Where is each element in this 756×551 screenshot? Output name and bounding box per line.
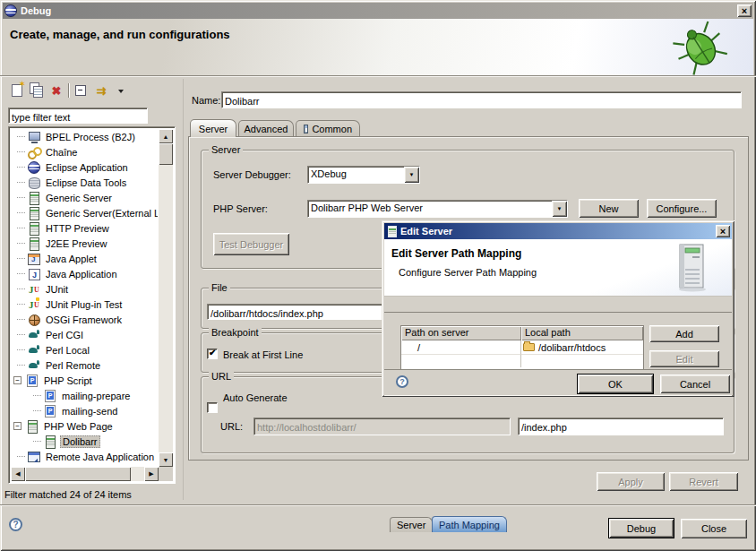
duplicate-icon[interactable] — [27, 81, 47, 100]
close-icon[interactable]: × — [737, 4, 752, 17]
help-icon[interactable]: ? — [396, 375, 408, 388]
tree-item[interactable]: − PHP Script — [11, 373, 158, 388]
tree-item[interactable]: − mailing-prepare — [11, 388, 158, 403]
edit-server-titlebar: Edit Server × — [384, 223, 732, 239]
filter-icon[interactable] — [91, 81, 111, 100]
tree-item[interactable]: − Dolibarr — [11, 434, 158, 449]
vertical-scroll-thumb[interactable] — [159, 143, 173, 165]
perl-icon — [27, 328, 41, 342]
file-group-title: File — [209, 282, 230, 293]
server-icon — [27, 221, 41, 236]
break-first-line-checkbox[interactable] — [207, 349, 218, 359]
url-base-field[interactable] — [254, 419, 510, 435]
junit-icon — [27, 282, 41, 297]
tab-advanced[interactable]: Advanced — [238, 120, 294, 137]
configure-button[interactable]: Configure... — [647, 199, 717, 218]
tree-item[interactable]: − Eclipse Data Tools — [11, 175, 158, 190]
tree-item[interactable]: − Java Application — [11, 266, 158, 281]
tab-common[interactable]: Common — [296, 120, 360, 137]
name-field[interactable] — [222, 94, 741, 109]
tree-item-label: Generic Server — [44, 192, 114, 204]
debug-button[interactable]: Debug — [608, 518, 674, 538]
scroll-left-icon[interactable]: ◀ — [11, 467, 25, 481]
tree-vertical-scrollbar[interactable]: ▲ ▼ — [159, 129, 173, 467]
tree-item[interactable]: − Generic Server(External La — [11, 205, 158, 220]
tree-item[interactable]: − Chaîne — [11, 144, 158, 159]
tree-horizontal-scrollbar[interactable]: ◀ ▶ — [11, 467, 159, 481]
menu-dropdown-icon[interactable] — [111, 81, 131, 100]
test-debugger-button[interactable]: Test Debugger — [213, 233, 289, 255]
edit-server-tab-path-mapping[interactable]: Path Mapping — [432, 516, 507, 532]
column-header[interactable]: Path on server — [401, 326, 521, 340]
tree-item[interactable]: − Remote Java Application — [11, 449, 158, 464]
tree-item[interactable]: − Perl Remote — [11, 357, 158, 373]
break-first-line-label: Break at First Line — [223, 349, 303, 360]
filter-box — [8, 108, 148, 124]
tree-item[interactable]: − Java Applet — [11, 251, 158, 266]
tree-item[interactable]: − Generic Server — [11, 190, 158, 205]
collapse-all-icon[interactable] — [72, 81, 91, 100]
delete-icon[interactable] — [47, 81, 66, 100]
new-server-button[interactable]: New — [579, 199, 639, 218]
php-server-combo[interactable]: Dolibarr PHP Web Server ▼ — [307, 200, 568, 218]
scroll-right-icon[interactable]: ▶ — [144, 467, 159, 481]
scrollbar-corner — [159, 467, 173, 481]
tree-item-label: PHP Script — [42, 375, 94, 387]
url-group-title: URL — [209, 371, 234, 382]
table-cell-local-path[interactable]: /dolibarr/htdocs — [521, 340, 643, 354]
table-empty-row[interactable] — [401, 354, 521, 367]
php-file-icon — [43, 389, 57, 403]
banner-title: Create, manage, and run configurations — [10, 28, 230, 41]
close-icon[interactable]: × — [716, 225, 730, 237]
revert-button[interactable]: Revert — [669, 472, 738, 491]
cancel-button[interactable]: Cancel — [660, 375, 730, 393]
folder-icon — [523, 343, 535, 351]
java-application-icon — [27, 267, 41, 281]
tree-item[interactable]: − HTTP Preview — [11, 220, 158, 236]
edit-server-tab-server[interactable]: Server — [390, 517, 433, 532]
tree-item-label: mailing-send — [60, 405, 119, 418]
horizontal-scroll-thumb[interactable] — [25, 467, 131, 481]
collapse-expander-icon[interactable]: − — [13, 422, 21, 430]
column-header[interactable]: Local path — [521, 326, 643, 340]
table-cell-server-path[interactable]: / — [401, 340, 521, 354]
database-icon — [27, 176, 41, 190]
tree-item[interactable]: − OSGi Framework — [11, 312, 158, 327]
tree-item[interactable]: − mailing-send — [11, 403, 158, 418]
tree-item[interactable]: − Perl CGI — [11, 327, 158, 342]
path-mapping-table[interactable]: Path on server Local path / /dolibarr/ht… — [400, 325, 644, 369]
close-button[interactable]: Close — [681, 519, 747, 538]
url-path-field[interactable] — [519, 419, 723, 435]
server-debugger-combo[interactable]: XDebug ▼ — [307, 166, 420, 184]
table-empty-row[interactable] — [521, 354, 643, 367]
edit-mapping-button[interactable]: Edit — [649, 350, 719, 367]
auto-generate-checkbox[interactable] — [207, 402, 218, 413]
filter-input[interactable] — [9, 110, 147, 125]
collapse-expander-icon[interactable]: − — [13, 376, 21, 384]
tree-item[interactable]: − JUnit — [11, 281, 158, 297]
window-title: Debug — [21, 5, 51, 16]
scroll-up-icon[interactable]: ▲ — [159, 129, 173, 143]
config-tree-box: − BPEL Process (B2J) − Chaîne − Eclipse … — [8, 126, 176, 484]
tree-item-label: Perl Remote — [44, 359, 102, 372]
new-config-icon[interactable] — [7, 81, 27, 100]
apply-button[interactable]: Apply — [597, 472, 665, 491]
tab-server[interactable]: Server — [190, 119, 236, 137]
scroll-down-icon[interactable]: ▼ — [159, 452, 173, 467]
combo-dropdown-icon[interactable]: ▼ — [552, 201, 567, 217]
tree-item[interactable]: − PHP Web Page — [11, 418, 158, 434]
tree-item[interactable]: − Eclipse Application — [11, 159, 158, 175]
tree-item[interactable]: − JUnit Plug-in Test — [11, 297, 158, 312]
combo-dropdown-icon[interactable]: ▼ — [404, 167, 419, 183]
php-web-icon — [25, 419, 39, 434]
tree-item[interactable]: − Perl Local — [11, 342, 158, 357]
ok-button[interactable]: OK — [577, 374, 654, 394]
chain-icon — [27, 145, 41, 159]
tree-item[interactable]: − BPEL Process (B2J) — [11, 129, 158, 144]
tree-item-label: Chaîne — [44, 146, 79, 159]
url-label: URL: — [220, 421, 243, 432]
panel-splitter[interactable] — [183, 79, 185, 500]
help-icon[interactable]: ? — [9, 518, 22, 531]
tree-item[interactable]: − J2EE Preview — [11, 236, 158, 251]
add-mapping-button[interactable]: Add — [649, 325, 719, 342]
